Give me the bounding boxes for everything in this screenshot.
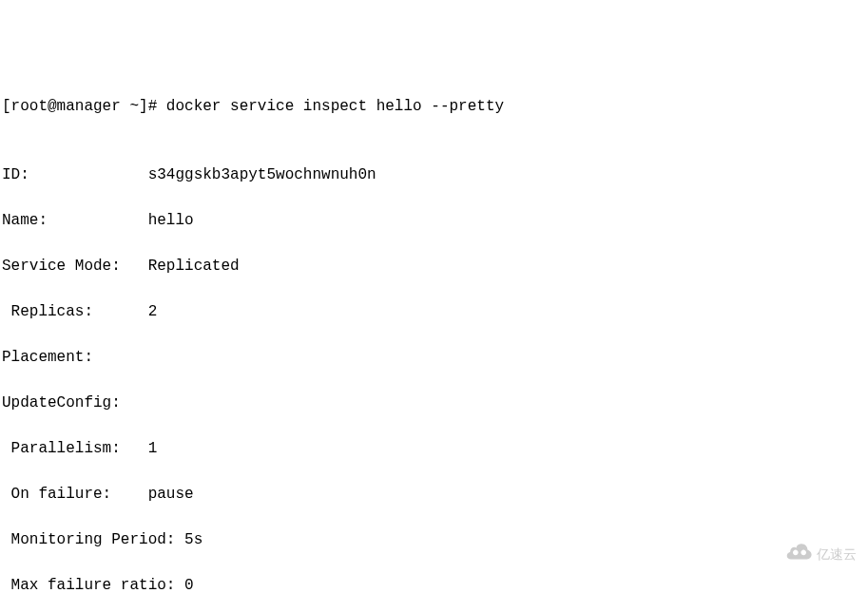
field-replicas: Replicas: 2 (2, 300, 866, 323)
shell-prompt-command: [root@manager ~]# docker service inspect… (2, 95, 866, 118)
field-update-monitoring: Monitoring Period: 5s (2, 528, 866, 551)
field-update-parallelism: Parallelism: 1 (2, 437, 866, 460)
cloud-icon (771, 523, 813, 585)
section-updateconfig: UpdateConfig: (2, 392, 866, 414)
field-id: ID: s34ggskb3apyt5wochnwnuh0n (2, 163, 866, 186)
watermark: 亿速云 (771, 523, 857, 585)
field-update-maxfailure: Max failure ratio: 0 (2, 574, 866, 593)
field-name: Name: hello (2, 209, 866, 232)
watermark-text: 亿速云 (817, 545, 857, 564)
section-placement: Placement: (2, 346, 866, 369)
field-service-mode: Service Mode: Replicated (2, 255, 866, 277)
field-update-onfailure: On failure: pause (2, 483, 866, 506)
